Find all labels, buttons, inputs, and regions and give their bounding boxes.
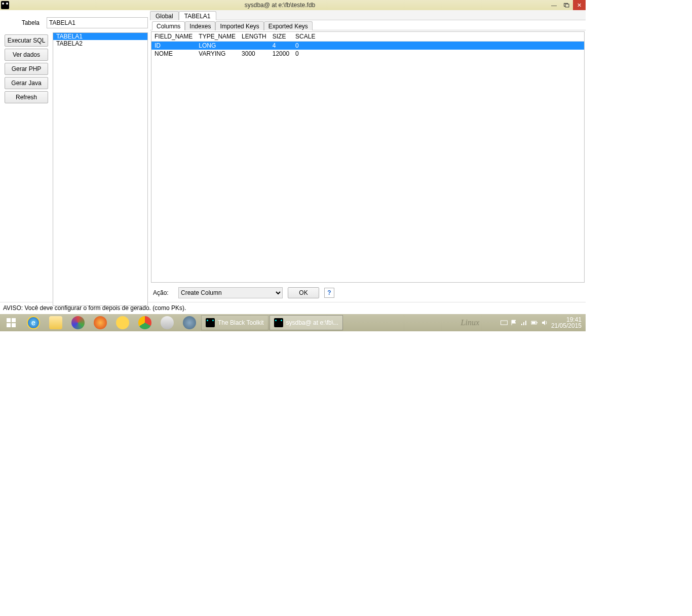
elephant-icon[interactable] (178, 314, 201, 331)
cell-field-name: ID (151, 42, 196, 50)
svg-rect-3 (12, 318, 16, 322)
gerar-php-button[interactable]: Gerar PHP (5, 63, 48, 75)
start-button[interactable] (0, 314, 22, 331)
cell-field-name: NOME (151, 50, 196, 58)
action-label: Ação: (153, 289, 173, 296)
columns-grid[interactable]: FIELD_NAME TYPE_NAME LENGTH SIZE SCALE I… (151, 31, 585, 283)
status-text: AVISO: Você deve configurar o form depoi… (3, 304, 186, 312)
subtab-columns[interactable]: Columns (152, 21, 185, 30)
chrome-icon[interactable] (134, 314, 156, 331)
svg-rect-12 (532, 322, 535, 324)
col-header-field-name[interactable]: FIELD_NAME (151, 32, 196, 42)
col-header-scale[interactable]: SCALE (292, 32, 584, 42)
minimize-button[interactable]: — (548, 0, 560, 10)
ver-dados-button[interactable]: Ver dados (5, 49, 48, 61)
col-header-size[interactable]: SIZE (270, 32, 292, 42)
tabela-label: Tabela (2, 19, 47, 26)
col-header-length[interactable]: LENGTH (239, 32, 270, 42)
system-tray: 19:41 21/05/2015 (501, 314, 586, 331)
table-row[interactable]: NOME VARYING 3000 12000 0 (151, 50, 584, 58)
help-button[interactable]: ? (324, 288, 334, 298)
svg-rect-5 (12, 323, 16, 327)
columns-table: FIELD_NAME TYPE_NAME LENGTH SIZE SCALE I… (151, 32, 584, 58)
svg-rect-9 (525, 321, 526, 325)
taskbar-app-sysdba[interactable]: sysdba@ at e:\fb\... (270, 315, 343, 330)
action-bar: Ação: Create Column OK ? (150, 284, 586, 302)
tabela-input[interactable] (47, 17, 148, 28)
volume-icon[interactable] (541, 319, 548, 326)
cell-length: 3000 (239, 50, 270, 58)
table-list-item[interactable]: TABELA1 (53, 33, 147, 40)
sidebar: Tabela Executar SQL Ver dados Gerar PHP … (0, 10, 150, 302)
explorer-icon[interactable] (45, 314, 67, 331)
cell-size: 4 (270, 42, 292, 50)
window-title: sysdba@ at e:\fb\teste.fdb (12, 2, 548, 9)
close-button[interactable]: ✕ (573, 0, 586, 10)
sidebar-buttons: Executar SQL Ver dados Gerar PHP Gerar J… (2, 32, 51, 105)
subtab-imported-keys[interactable]: Imported Keys (215, 21, 263, 30)
tabela-row: Tabela (2, 17, 148, 28)
taskbar-label: The Black Toolkit (218, 319, 264, 326)
cell-scale: 0 (292, 42, 584, 50)
clock[interactable]: 19:41 21/05/2015 (551, 317, 582, 329)
cell-type-name: VARYING (196, 50, 239, 58)
battery-icon[interactable] (531, 319, 538, 326)
ok-button[interactable]: OK (288, 287, 319, 298)
cell-size: 12000 (270, 50, 292, 58)
cell-scale: 0 (292, 50, 584, 58)
flag-icon[interactable] (511, 319, 518, 326)
svg-rect-2 (7, 318, 11, 322)
maximize-button[interactable] (560, 0, 573, 10)
taskbar-label: sysdba@ at e:\fb\... (286, 319, 339, 326)
sub-tabs: Columns Indexes Imported Keys Exported K… (150, 20, 586, 30)
keyboard-icon[interactable] (501, 319, 508, 326)
executar-sql-button[interactable]: Executar SQL (5, 34, 48, 47)
titlebar: sysdba@ at e:\fb\teste.fdb — ✕ (0, 0, 586, 10)
svg-rect-4 (7, 323, 11, 327)
clock-date: 21/05/2015 (551, 323, 582, 329)
swirl-icon[interactable] (156, 314, 178, 331)
table-list-item[interactable]: TABELA2 (53, 40, 147, 47)
app-window: sysdba@ at e:\fb\teste.fdb — ✕ Tabela Ex… (0, 0, 586, 314)
ie-icon[interactable]: e (22, 314, 45, 331)
cat-icon (274, 318, 283, 327)
subtab-exported-keys[interactable]: Exported Keys (264, 21, 313, 30)
network-icon[interactable] (521, 319, 528, 326)
subtab-indexes[interactable]: Indexes (185, 21, 215, 30)
app-icon (1, 1, 9, 9)
taskbar: e The Black Toolkit sysdba@ at e:\fb\...… (0, 314, 586, 331)
main-tabs: Global TABELA1 (150, 10, 586, 20)
help-icon: ? (327, 289, 331, 296)
status-bar: AVISO: Você deve configurar o form depoi… (0, 302, 586, 313)
action-select[interactable]: Create Column (178, 287, 283, 298)
content-area: Tabela Executar SQL Ver dados Gerar PHP … (0, 10, 586, 302)
svg-rect-8 (523, 322, 524, 325)
tool-icon[interactable] (111, 314, 134, 331)
svg-rect-11 (536, 322, 537, 323)
svg-rect-7 (521, 324, 522, 325)
tab-tabela1[interactable]: TABELA1 (179, 11, 216, 20)
svg-rect-1 (565, 4, 569, 7)
cat-icon (206, 318, 215, 327)
col-header-type-name[interactable]: TYPE_NAME (196, 32, 239, 42)
table-row[interactable]: ID LONG 4 0 (151, 42, 584, 50)
main-panel: Global TABELA1 Columns Indexes Imported … (150, 10, 586, 302)
brand-watermark: Linux (461, 318, 479, 327)
cell-length (239, 42, 270, 50)
cell-type-name: LONG (196, 42, 239, 50)
gerar-java-button[interactable]: Gerar Java (5, 77, 48, 89)
refresh-button[interactable]: Refresh (5, 91, 48, 103)
chrome-alt-icon[interactable] (67, 314, 89, 331)
tab-global[interactable]: Global (150, 11, 179, 20)
table-list[interactable]: TABELA1 TABELA2 (53, 32, 148, 306)
firefox-icon[interactable] (89, 314, 111, 331)
taskbar-app-toolkit[interactable]: The Black Toolkit (201, 315, 268, 330)
svg-rect-6 (501, 321, 507, 325)
